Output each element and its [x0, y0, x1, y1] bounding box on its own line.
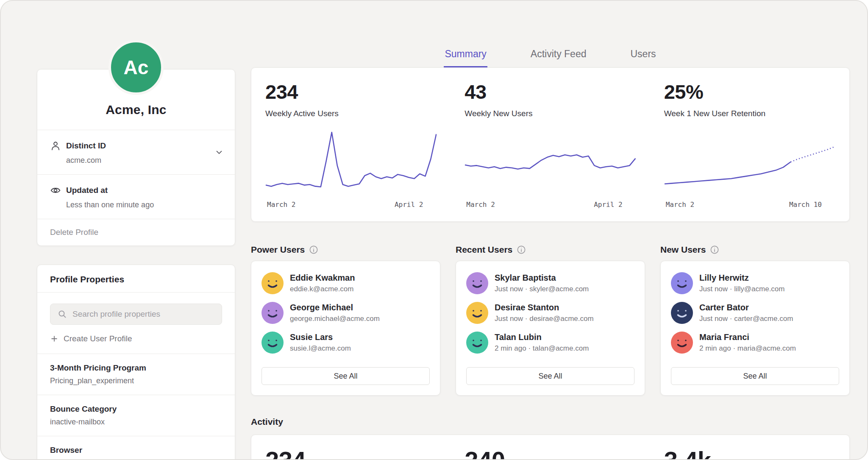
user-meta: susie.l@acme.com [290, 344, 351, 353]
user-meta: Just now · carter@acme.com [699, 315, 793, 323]
user-avatar [262, 302, 284, 324]
new-users-title: New Users [660, 245, 706, 255]
user-name: Eddie Kwakman [290, 273, 355, 283]
tab-summary[interactable]: Summary [444, 48, 487, 67]
user-avatar [671, 272, 693, 294]
stat-value: 43 [465, 81, 636, 103]
property-row[interactable]: 3-Month Pricing Program Pricing_plan_exp… [37, 354, 235, 395]
stat-weekly-active-users: 234 Weekly Active Users March 2 April 2 [251, 81, 451, 209]
user-name: Carter Bator [699, 303, 793, 312]
user-row[interactable]: Maria Franci 2 min ago · maria@acme.com [671, 332, 839, 354]
user-avatar [466, 332, 488, 354]
property-label: Bounce Category [50, 404, 222, 414]
user-meta: 2 min ago · talan@acme.com [495, 344, 589, 353]
delete-profile-button[interactable]: Delete Profile [37, 219, 235, 245]
stat-label: Weekly Active Users [265, 109, 437, 118]
create-user-profile-button[interactable]: Create User Profile [50, 334, 222, 343]
property-label: 3-Month Pricing Program [50, 363, 222, 373]
profile-properties-title: Profile Properties [37, 265, 235, 293]
user-row[interactable]: Eddie Kwakman eddie.k@acme.com [262, 272, 430, 294]
see-all-button[interactable]: See All [466, 367, 634, 385]
user-meta: Just now · desirae@acme.com [495, 315, 594, 323]
tab-users[interactable]: Users [630, 48, 657, 67]
user-avatar [262, 272, 284, 294]
user-avatar [671, 302, 693, 324]
activity-section-title: Activity [251, 417, 850, 427]
user-row[interactable]: Talan Lubin 2 min ago · talan@acme.com [466, 332, 634, 354]
distinct-id-label: Distinct ID [66, 141, 106, 151]
updated-at-value: Less than one minute ago [66, 201, 222, 209]
see-all-button[interactable]: See All [262, 367, 430, 385]
user-name: Desirae Stanton [495, 303, 594, 312]
user-name: Talan Lubin [495, 332, 589, 342]
user-name: Lilly Herwitz [699, 273, 785, 283]
company-name: Acme, Inc [37, 103, 235, 117]
user-avatar [671, 332, 693, 354]
user-row[interactable]: Susie Lars susie.l@acme.com [262, 332, 430, 354]
distinct-id-value: acme.com [66, 156, 222, 165]
see-all-button[interactable]: See All [671, 367, 839, 385]
stat-label: Week 1 New User Retention [664, 109, 835, 118]
stat-week1-retention: 25% Week 1 New User Retention March 2 Ma… [650, 81, 849, 209]
activity-stat: 3.4k [650, 446, 849, 460]
search-icon [57, 309, 67, 319]
info-icon[interactable] [517, 245, 526, 254]
user-row[interactable]: George Michael george.michael@acme.com [262, 302, 430, 324]
user-meta: Just now · lilly@acme.com [699, 285, 785, 293]
profile-properties-search[interactable] [50, 304, 222, 325]
user-row[interactable]: Skylar Baptista Just now · skyler@acme.c… [466, 272, 634, 294]
recent-users-title: Recent Users [456, 245, 512, 255]
info-icon[interactable] [710, 245, 719, 254]
updated-at-row: Updated at Less than one minute ago [37, 174, 235, 219]
user-avatar [466, 272, 488, 294]
recent-users-header: Recent Users [456, 245, 645, 255]
info-icon[interactable] [309, 245, 318, 254]
power-users-card: Eddie Kwakman eddie.k@acme.com George Mi… [251, 261, 440, 396]
activity-stats-card: 234 240 3.4k [251, 435, 850, 460]
axis-start-label: March 2 [267, 201, 295, 209]
axis-end-label: April 2 [395, 201, 423, 209]
week1-retention-chart[interactable] [664, 130, 835, 194]
distinct-id-row[interactable]: Distinct ID acme.com [37, 130, 235, 174]
weekly-new-users-chart[interactable] [465, 130, 636, 194]
stat-label: Weekly New Users [465, 109, 636, 118]
stat-value: 25% [664, 81, 835, 103]
stat-value: 234 [265, 81, 437, 103]
activity-stat-value: 234 [265, 446, 437, 460]
user-meta: george.michael@acme.com [290, 315, 380, 323]
updated-at-label: Updated at [66, 186, 108, 195]
user-meta: eddie.k@acme.com [290, 285, 355, 293]
stat-weekly-new-users: 43 Weekly New Users March 2 April 2 [451, 81, 650, 209]
axis-end-label: March 10 [789, 201, 822, 209]
user-section-headers: Power Users Recent Users New Users [251, 245, 850, 255]
person-icon [50, 140, 61, 151]
user-row[interactable]: Lilly Herwitz Just now · lilly@acme.com [671, 272, 839, 294]
tab-bar: Summary Activity Feed Users [251, 48, 850, 67]
user-name: Maria Franci [699, 332, 796, 342]
weekly-active-users-chart[interactable] [265, 130, 437, 194]
tab-activity-feed[interactable]: Activity Feed [530, 48, 587, 67]
activity-stat: 240 [451, 446, 650, 460]
chart-x-axis: March 2 April 2 [265, 201, 437, 209]
user-row[interactable]: Desirae Stanton Just now · desirae@acme.… [466, 302, 634, 324]
axis-end-label: April 2 [594, 201, 622, 209]
property-label: Browser [50, 446, 222, 455]
new-users-header: New Users [660, 245, 850, 255]
property-value: Pricing_plan_experiment [50, 376, 222, 385]
profile-properties-card: Profile Properties Create User Profile 3… [37, 265, 235, 460]
eye-icon [50, 185, 61, 196]
axis-start-label: March 2 [666, 201, 694, 209]
profile-sidebar: Ac Acme, Inc Distinct ID acme.com [37, 1, 235, 460]
user-avatar [466, 302, 488, 324]
summary-stats-card: 234 Weekly Active Users March 2 April 2 … [251, 67, 850, 222]
user-name: Susie Lars [290, 332, 351, 342]
user-avatar [262, 332, 284, 354]
property-row[interactable]: Bounce Category inactive-mailbox [37, 395, 235, 436]
company-avatar: Ac [108, 40, 164, 95]
property-row[interactable]: Browser Chrome [37, 436, 235, 460]
user-section-cards: Eddie Kwakman eddie.k@acme.com George Mi… [251, 261, 850, 396]
search-input[interactable] [72, 309, 215, 319]
user-row[interactable]: Carter Bator Just now · carter@acme.com [671, 302, 839, 324]
axis-start-label: March 2 [466, 201, 495, 209]
chevron-down-icon[interactable] [214, 148, 224, 157]
